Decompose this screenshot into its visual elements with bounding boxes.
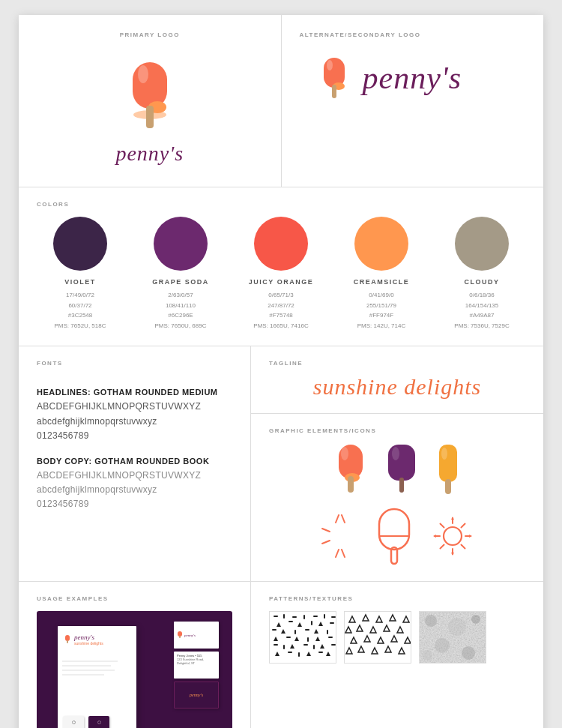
logos-section: PRIMARY LOGO penny's ALTERNATE/SECONDARY… [19, 15, 543, 187]
svg-rect-45 [274, 616, 278, 617]
svg-rect-78 [288, 652, 292, 653]
svg-marker-94 [364, 636, 370, 642]
primary-popsicle-icon [116, 53, 184, 136]
card-popsicle [177, 631, 183, 639]
mockup-tagline: sunshine delights [74, 641, 103, 646]
svg-rect-25 [379, 509, 409, 550]
svg-rect-58 [272, 629, 277, 631]
primary-logo-label: PRIMARY LOGO [120, 31, 180, 38]
pattern-dashes-svg [270, 612, 336, 664]
svg-marker-52 [277, 622, 281, 627]
swatch-grape-soda: GRAPE SODA 2/63/0/57108/41/110#6C296EPMS… [137, 217, 224, 331]
fonts-label: FONTS [37, 360, 232, 367]
body-font-sample: ABCDEFGHIJKLMNOPQRSTUVWXYZ abcdefghijklm… [37, 469, 232, 512]
fonts-tagline-section: FONTS HEADLINES: GOTHAM ROUNDED MEDIUM A… [19, 346, 543, 582]
svg-line-23 [322, 529, 330, 532]
svg-rect-16 [439, 445, 457, 482]
svg-rect-65 [286, 637, 291, 638]
svg-marker-85 [376, 616, 382, 622]
svg-rect-73 [303, 644, 308, 646]
graphics-section: GRAPHIC ELEMENTS/ICONS [251, 414, 543, 581]
pattern-triangles-svg [345, 612, 411, 664]
svg-rect-63 [327, 630, 328, 634]
svg-marker-64 [274, 637, 278, 641]
headline-lower: abcdefghijklmnopqrstuvwxyz [37, 416, 157, 427]
colors-section: COLORS VIOLET 17/49/0/7260/37/72#3C2548P… [19, 187, 543, 346]
svg-rect-71 [283, 645, 285, 649]
cloudy-info: 0/6/18/36164/154/135#A49A87PMS: 7536U, 7… [454, 290, 509, 331]
pattern-swatches-row [269, 611, 525, 664]
triangle-marks [345, 615, 411, 654]
popsicle-icons-row [269, 442, 525, 496]
mockup-content-lines [58, 656, 136, 683]
svg-point-18 [441, 448, 447, 460]
svg-marker-83 [349, 616, 355, 622]
alt-popsicle-icon [315, 53, 354, 102]
tag-hole-2 [97, 721, 101, 724]
grape-soda-info: 2/63/0/57108/41/110#6C296EPMS: 7650U, 68… [155, 290, 207, 331]
svg-rect-3 [146, 106, 154, 128]
svg-rect-60 [294, 630, 296, 634]
headline-font-sample: ABCDEFGHIJKLMNOPQRSTUVWXYZ abcdefghijklm… [37, 400, 232, 443]
svg-rect-76 [331, 644, 336, 646]
svg-marker-96 [391, 636, 397, 642]
svg-line-19 [336, 515, 339, 523]
mockup-brand-name: penny's [74, 634, 103, 641]
violet-circle [53, 217, 107, 271]
orange-popsicle-icon [331, 442, 370, 496]
sun-rays-left-icon [321, 514, 357, 559]
body-font-label: BODY COPY: GOTHAM ROUNDED BOOK [37, 457, 232, 466]
content-line [62, 661, 118, 662]
svg-marker-97 [405, 637, 411, 643]
card-brand: penny's [184, 634, 196, 637]
svg-marker-92 [397, 627, 403, 633]
svg-point-4 [138, 65, 148, 83]
svg-rect-41 [65, 635, 70, 641]
svg-point-107 [471, 615, 480, 624]
svg-rect-57 [330, 622, 334, 624]
svg-point-15 [392, 447, 399, 460]
brand-guide-page: PRIMARY LOGO penny's ALTERNATE/SECONDARY… [19, 15, 543, 728]
svg-rect-46 [283, 614, 285, 619]
alt-logo-inner: penny's [300, 53, 462, 102]
svg-marker-72 [290, 644, 294, 649]
juicy-orange-name: JUICY ORANGE [249, 278, 313, 286]
outline-popsicle-icon [372, 506, 417, 566]
svg-rect-69 [328, 637, 333, 638]
svg-rect-13 [388, 445, 415, 481]
cloudy-name: CLOUDY [465, 278, 500, 286]
creamsicle-name: CREAMSICLE [354, 278, 410, 286]
mockup-popsicle [64, 634, 71, 645]
svg-marker-37 [451, 517, 454, 520]
svg-rect-44 [179, 636, 181, 638]
svg-marker-101 [385, 646, 391, 652]
mockup-logo: penny's sunshine delights [64, 634, 103, 646]
mockup-business-cards: penny's Penny Jones • 555 123 Sunshine R… [174, 622, 219, 712]
svg-point-28 [444, 527, 462, 545]
svg-line-36 [441, 545, 444, 549]
swatch-creamsicle: CREAMSICLE 0/41/69/0255/151/79#FF974FPMS… [338, 217, 425, 331]
fonts-column: FONTS HEADLINES: GOTHAM ROUNDED MEDIUM A… [19, 346, 251, 581]
usage-mockup-box: penny's sunshine delights [37, 611, 232, 728]
svg-rect-48 [303, 615, 305, 619]
svg-marker-100 [372, 648, 378, 654]
creamsicle-info: 0/41/69/0255/151/79#FF974FPMS: 142U, 714… [357, 290, 405, 331]
content-line [62, 670, 115, 671]
svg-point-108 [435, 638, 450, 653]
body-upper: ABCDEFGHIJKLMNOPQRSTUVWXYZ [37, 470, 201, 481]
svg-rect-17 [445, 479, 451, 494]
mockup-card-white: penny's [174, 622, 219, 649]
mockup-logo-text: penny's sunshine delights [74, 634, 103, 646]
svg-rect-47 [292, 616, 297, 618]
svg-line-33 [441, 524, 444, 528]
mockup-tag-1 [63, 716, 84, 728]
mockup-card-2: Penny Jones • 555 123 Sunshine Road, Del… [174, 652, 219, 679]
tagline-section: TAGLINE sunshine delights [251, 346, 543, 414]
patterns-label: PATTERNS/TEXTURES [269, 595, 525, 602]
svg-marker-102 [399, 648, 405, 654]
svg-marker-40 [469, 535, 472, 538]
svg-point-12 [341, 447, 348, 460]
body-lower: abcdefghijklmnopqrstuvwxyz [37, 484, 157, 495]
svg-line-22 [342, 550, 345, 557]
alt-logo-column: ALTERNATE/SECONDARY LOGO penny's [282, 15, 544, 187]
